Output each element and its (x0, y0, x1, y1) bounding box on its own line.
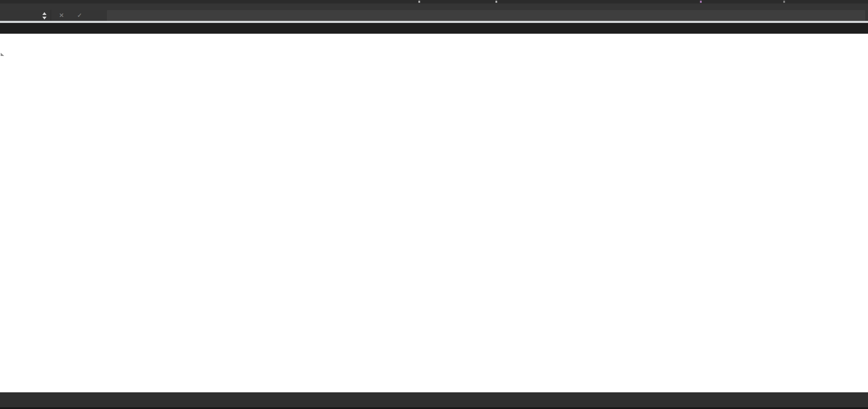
spreadsheet-grid (0, 0, 868, 392)
window-bottom-strip (0, 407, 868, 409)
sheet-tab-bar (0, 392, 868, 409)
